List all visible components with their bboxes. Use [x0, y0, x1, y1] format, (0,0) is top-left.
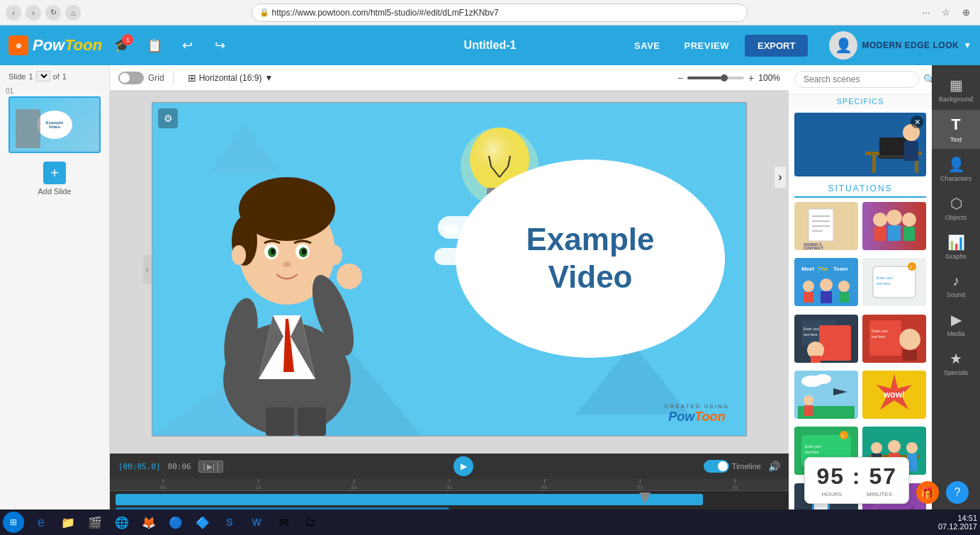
sidebar-item-characters[interactable]: 👤 Characters [932, 150, 980, 188]
ruler-3s: 3s [402, 479, 497, 490]
preview-button[interactable]: PREVIEW [676, 36, 738, 55]
reading-list-icon[interactable]: ⊕ [957, 4, 974, 21]
featured-scene[interactable]: ✕ [794, 113, 926, 176]
svg-point-107 [906, 442, 918, 454]
url-bar[interactable]: 🔒 https://www.powtoon.com/html5-studio/#… [252, 4, 748, 22]
grid-toggle-track[interactable] [118, 72, 144, 84]
sidebar-item-media[interactable]: ▶ Media [932, 305, 980, 343]
speech-bubble: Example Video [456, 159, 725, 358]
back-button[interactable]: ‹ [6, 5, 21, 21]
redo-button[interactable]: ↪ [207, 33, 232, 58]
slide-current: 1 [28, 72, 33, 81]
svg-rect-13 [298, 407, 326, 436]
save-button[interactable]: SAVE [626, 36, 668, 55]
slide-label: Slide [9, 72, 26, 81]
gift-button[interactable]: 🎁 [916, 481, 939, 504]
zoom-out-button[interactable]: − [677, 72, 683, 84]
taskbar-app-outlook[interactable]: ✉ [271, 509, 296, 535]
featured-scene-close[interactable]: ✕ [911, 116, 923, 128]
logo-icon: ⊕ [9, 35, 28, 55]
taskbar-app-chrome[interactable]: 🌐 [109, 509, 135, 535]
situations-label: SITUATIONS [794, 181, 926, 198]
specials-icon: ★ [950, 350, 962, 367]
taskbar-clock: 14:51 07.12.2017 [938, 514, 977, 531]
more-actions-button[interactable]: ··· [918, 4, 935, 21]
bookmark-icon[interactable]: ☆ [937, 4, 954, 21]
add-slide-icon: + [43, 162, 66, 184]
timeline-track-1[interactable] [116, 494, 703, 505]
volume-button[interactable]: 🔊 [768, 461, 780, 472]
sidebar-item-graphs[interactable]: 📊 Graphs [932, 228, 980, 266]
slide-total: 1 [62, 72, 67, 81]
scene-item-team[interactable]: Meet The Team [794, 258, 858, 306]
scenes-search: 🔍 [789, 65, 932, 94]
scene-item-contract[interactable]: SIGNING A CONTRACT [794, 202, 858, 250]
play-button[interactable]: ▶ [454, 456, 473, 476]
sidebar-item-text[interactable]: T Text [932, 110, 980, 149]
svg-rect-40 [904, 141, 918, 161]
panel-collapse-handle[interactable]: ‹ [143, 255, 152, 283]
taskbar-app-blue1[interactable]: 🔵 [163, 509, 188, 535]
taskbar-app-folder[interactable]: 📁 [55, 509, 81, 535]
forward-button[interactable]: › [26, 5, 41, 21]
ruler-1s: 1s [211, 479, 307, 490]
canvas-settings-button[interactable]: ⚙ [158, 108, 178, 128]
grid-toggle[interactable]: Grid [118, 72, 164, 84]
aspect-ratio-button[interactable]: ⊞ Horizontal (16:9) ▼ [182, 69, 279, 86]
scene-item-characters-bg [862, 202, 926, 250]
slides-button[interactable]: 📋 [142, 33, 167, 58]
home-button[interactable]: ⌂ [65, 5, 81, 21]
svg-point-105 [888, 440, 901, 453]
svg-text:Enter your: Enter your [872, 329, 888, 333]
help-button[interactable]: ? [946, 481, 969, 504]
scene-item-characters[interactable] [862, 202, 926, 250]
scene-item-travel[interactable] [794, 371, 858, 419]
taskbar-app-media[interactable]: 🎬 [82, 509, 108, 535]
taskbar-date-text: 07.12.2017 [938, 522, 977, 531]
ruler-label-6: 6s [733, 484, 738, 490]
search-icon[interactable]: 🔍 [923, 74, 932, 85]
add-slide-button[interactable]: + Add Slide [38, 162, 71, 196]
zoom-in-button[interactable]: + [748, 72, 754, 84]
taskbar-app-ie[interactable]: e [28, 509, 54, 535]
timeline-toggle[interactable]: Timeline [704, 460, 761, 473]
scene-wow-svg: wow! [866, 371, 923, 419]
sidebar-item-background[interactable]: ▦ Background [932, 71, 980, 108]
graphs-label: Graphs [945, 253, 967, 260]
svg-rect-55 [903, 227, 915, 241]
taskbar-app-skype[interactable]: S [217, 509, 242, 535]
taskbar-app-blue2[interactable]: 🔷 [190, 509, 215, 535]
scene-item-red-bg: Enter your text here [862, 315, 926, 363]
slide-selector[interactable]: 1 [36, 71, 50, 81]
scenes-search-input[interactable] [794, 71, 919, 88]
profile-dropdown-arrow[interactable]: ▼ [963, 40, 971, 50]
slide-counter: Slide 1 1 of 1 [3, 71, 67, 81]
timeline-toggle-track[interactable] [704, 460, 729, 473]
refresh-button[interactable]: ↻ [45, 5, 61, 21]
ruler-tick-6 [735, 479, 736, 483]
scene-item-wow[interactable]: wow! [862, 371, 926, 419]
sidebar-item-specials[interactable]: ★ Specials [932, 344, 980, 382]
taskbar-app-firefox[interactable]: 🦊 [136, 509, 162, 535]
taskbar-app-word[interactable]: W [244, 509, 269, 535]
export-button[interactable]: EXPORT [745, 35, 808, 57]
svg-point-83 [899, 329, 920, 350]
timer-minutes-label: MINUTES [867, 491, 892, 497]
scene-item-red[interactable]: Enter your text here [862, 315, 926, 363]
canvas-frame[interactable]: ⚙ [152, 102, 747, 437]
frame-button[interactable]: [ ▶| ] [198, 461, 224, 473]
specials-label: Specials [944, 369, 968, 376]
sidebar-item-sound[interactable]: ♪ Sound [932, 267, 980, 304]
slide-thumbnail-1[interactable]: ExampleVideo [9, 96, 101, 153]
sidebar-item-objects[interactable]: ⬡ Objects [932, 189, 980, 227]
undo-button[interactable]: ↩ [174, 33, 200, 58]
scene-item-entertext[interactable]: Enter your text here 1 [862, 258, 926, 306]
start-button[interactable]: ⊞ [3, 512, 24, 533]
timeline-ruler: 0s 1s 2s 3s [110, 479, 789, 491]
tutorials-button[interactable]: 🎓 1 [109, 33, 135, 58]
scene-entertext-svg: Enter your text here 1 [866, 258, 923, 306]
zoom-slider[interactable] [687, 77, 744, 79]
taskbar-app-explorer[interactable]: 🗂 [298, 509, 323, 535]
toolbar-separator [173, 71, 174, 85]
scene-item-darktext[interactable]: Enter your text here [794, 315, 858, 363]
